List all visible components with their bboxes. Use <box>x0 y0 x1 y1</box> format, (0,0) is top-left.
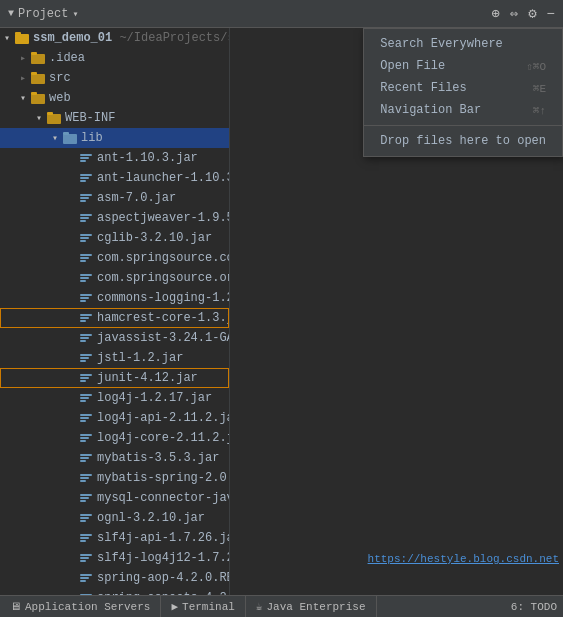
tree-item-src[interactable]: ▸src <box>0 68 229 88</box>
jar-file-icon <box>78 290 94 306</box>
tree-item-web-inf[interactable]: ▾WEB-INF <box>0 108 229 128</box>
arrow-icon: ▾ <box>16 88 30 108</box>
jar-file-icon <box>78 570 94 586</box>
svg-rect-4 <box>31 74 45 84</box>
tree-item-label: javassist-3.24.1-GA.jar <box>97 331 229 345</box>
gear-icon[interactable]: ⚙ <box>528 5 536 22</box>
tree-item-log4j-api[interactable]: log4j-api-2.11.2.jar <box>0 408 229 428</box>
arrow-icon <box>64 328 78 348</box>
svg-rect-2 <box>31 54 45 64</box>
tree-item-junit[interactable]: junit-4.12.jar <box>0 368 229 388</box>
arrow-icon <box>64 248 78 268</box>
tree-item-lib[interactable]: ▾lib <box>0 128 229 148</box>
folder-icon <box>30 70 46 86</box>
svg-rect-9 <box>47 112 53 115</box>
tree-item-cglib[interactable]: cglib-3.2.10.jar <box>0 228 229 248</box>
tree-item-mybatis-spring[interactable]: mybatis-spring-2.0.3.jar <box>0 468 229 488</box>
tree-container[interactable]: ▾ssm_demo_01 ~/IdeaProjects/ssm_demo_01▸… <box>0 28 229 595</box>
tree-item-spring-aop[interactable]: spring-aop-4.2.0.RELEASE.jar <box>0 568 229 588</box>
tree-item-idea[interactable]: ▸.idea <box>0 48 229 68</box>
jar-file-icon <box>78 470 94 486</box>
jar-file-icon <box>78 410 94 426</box>
watermark[interactable]: https://hestyle.blog.csdn.net <box>368 553 559 565</box>
jar-file-icon <box>78 370 94 386</box>
arrow-icon: ▾ <box>48 128 62 148</box>
arrow-icon <box>64 308 78 328</box>
tree-item-ant[interactable]: ant-1.10.3.jar <box>0 148 229 168</box>
status-tab-terminal[interactable]: ▶ Terminal <box>161 596 245 617</box>
globe-icon[interactable]: ⊕ <box>491 5 499 22</box>
menu-item-open-file[interactable]: Open File ⇧⌘O <box>364 55 562 77</box>
arrow-icon <box>64 448 78 468</box>
jar-file-icon <box>78 550 94 566</box>
tree-item-label: WEB-INF <box>65 111 115 125</box>
tree-item-hamcrest[interactable]: hamcrest-core-1.3.jar <box>0 308 229 328</box>
arrow-icon <box>64 508 78 528</box>
app-servers-label: Application Servers <box>25 601 150 613</box>
jar-file-icon <box>78 430 94 446</box>
title-bar-left: ▼ Project ▾ <box>8 7 78 21</box>
terminal-label: Terminal <box>182 601 235 613</box>
tree-item-label: cglib-3.2.10.jar <box>97 231 212 245</box>
menu-item-search-everywhere[interactable]: Search Everywhere <box>364 33 562 55</box>
minus-icon[interactable]: − <box>547 6 555 22</box>
menu-item-navigation-bar[interactable]: Navigation Bar ⌘↑ <box>364 99 562 121</box>
project-panel: ▾ssm_demo_01 ~/IdeaProjects/ssm_demo_01▸… <box>0 28 230 595</box>
tree-item-label: src <box>49 71 71 85</box>
arrow-icon: ▸ <box>16 68 30 88</box>
tree-item-spring-aspects[interactable]: spring-aspects-4.2.0.RELEASE.jar <box>0 588 229 595</box>
svg-rect-0 <box>15 34 29 44</box>
terminal-icon: ▶ <box>171 600 178 613</box>
tree-item-slf4j-api[interactable]: slf4j-api-1.7.26.jar <box>0 528 229 548</box>
tree-item-ssm-root[interactable]: ▾ssm_demo_01 ~/IdeaProjects/ssm_demo_01 <box>0 28 229 48</box>
tree-item-slf4j-log4j[interactable]: slf4j-log4j12-1.7.26.jar <box>0 548 229 568</box>
tree-item-label: hamcrest-core-1.3.jar <box>97 311 229 325</box>
tree-item-mchange[interactable]: com.springsource.com.mchange.v2.c3p0-0.9… <box>0 248 229 268</box>
svg-rect-11 <box>63 132 69 135</box>
dropdown-icon[interactable]: ▾ <box>72 8 78 20</box>
jar-file-icon <box>78 210 94 226</box>
jar-file-icon <box>78 190 94 206</box>
arrow-icon <box>64 268 78 288</box>
tree-item-label: ant-1.10.3.jar <box>97 151 198 165</box>
tree-item-label: lib <box>81 131 103 145</box>
tree-item-ant-launcher[interactable]: ant-launcher-1.10.3.jar <box>0 168 229 188</box>
main-area: ▾ssm_demo_01 ~/IdeaProjects/ssm_demo_01▸… <box>0 28 563 595</box>
tree-item-label: mybatis-3.5.3.jar <box>97 451 219 465</box>
arrow-icon <box>64 228 78 248</box>
tree-item-mybatis[interactable]: mybatis-3.5.3.jar <box>0 448 229 468</box>
status-tab-java-enterprise[interactable]: ☕ Java Enterprise <box>246 596 377 617</box>
arrow-icon: ▸ <box>16 48 30 68</box>
tree-item-jstl[interactable]: jstl-1.2.jar <box>0 348 229 368</box>
tree-item-web[interactable]: ▾web <box>0 88 229 108</box>
status-tab-app-servers[interactable]: 🖥 Application Servers <box>0 596 161 617</box>
tree-item-log4j[interactable]: log4j-1.2.17.jar <box>0 388 229 408</box>
context-menu: Search Everywhere Open File ⇧⌘O Recent F… <box>363 28 563 157</box>
tree-item-log4j-core[interactable]: log4j-core-2.11.2.jar <box>0 428 229 448</box>
arrow-icon <box>64 428 78 448</box>
svg-rect-6 <box>31 94 45 104</box>
todo-indicator[interactable]: 6: TODO <box>505 596 563 617</box>
arrow-icon <box>64 168 78 188</box>
tree-item-aspectjweaver[interactable]: aspectjweaver-1.9.5.jar <box>0 208 229 228</box>
menu-label-recent: Recent Files <box>380 81 466 95</box>
arrow-icon: ▾ <box>0 28 14 48</box>
arrow-icon <box>64 148 78 168</box>
tree-item-mysql-connector[interactable]: mysql-connector-java-8.0.17.jar <box>0 488 229 508</box>
jar-file-icon <box>78 250 94 266</box>
title-bar: ▼ Project ▾ ⊕ ⇔ ⚙ − <box>0 0 563 28</box>
menu-item-recent-files[interactable]: Recent Files ⌘E <box>364 77 562 99</box>
tree-item-asm[interactable]: asm-7.0.jar <box>0 188 229 208</box>
tree-item-commons-logging[interactable]: commons-logging-1.2.jar <box>0 288 229 308</box>
tree-item-ognl[interactable]: ognl-3.2.10.jar <box>0 508 229 528</box>
arrow-icon <box>64 348 78 368</box>
arrow-icon <box>64 548 78 568</box>
menu-shortcut-open-file: ⇧⌘O <box>526 60 546 73</box>
tree-item-aopalliance[interactable]: com.springsource.org.aopalliance-1.0.0.j… <box>0 268 229 288</box>
split-icon[interactable]: ⇔ <box>510 5 518 22</box>
tree-item-javassist[interactable]: javassist-3.24.1-GA.jar <box>0 328 229 348</box>
todo-text: 6: TODO <box>511 601 557 613</box>
arrow-icon <box>64 568 78 588</box>
jar-file-icon <box>78 510 94 526</box>
server-icon: 🖥 <box>10 600 21 613</box>
